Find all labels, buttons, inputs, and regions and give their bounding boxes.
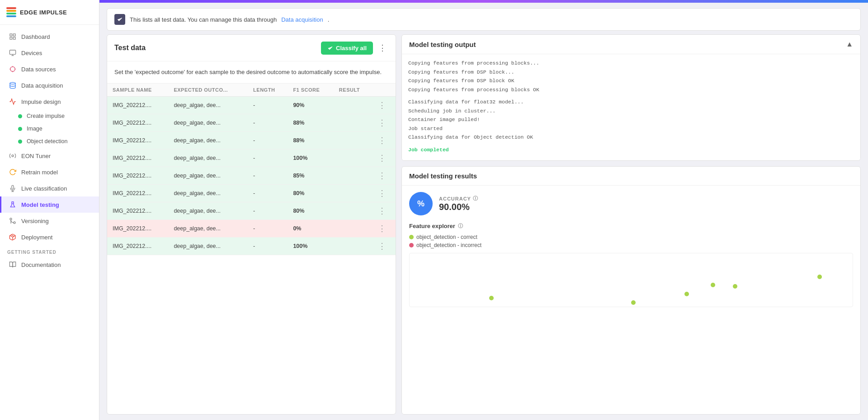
output-panel: Model testing output ▲ Copying features … [401, 34, 861, 161]
sidebar-item-data-sources[interactable]: Data sources [0, 61, 99, 77]
row-actions-button[interactable]: ⋮ [378, 154, 386, 162]
log-line: Container image pulled! [408, 115, 854, 124]
more-options-button[interactable]: ⋮ [377, 41, 388, 55]
sidebar-item-label: Versioning [21, 218, 49, 224]
panel-title: Test data [114, 44, 146, 52]
content-area: Test data Classify all ⋮ Set the 'expect… [99, 34, 868, 420]
cell-sample-name: IMG_202212.... [107, 149, 168, 167]
row-actions-button[interactable]: ⋮ [378, 172, 386, 180]
classify-all-button[interactable]: Classify all [321, 42, 373, 55]
dot-icon [18, 140, 22, 144]
logo-bar-4 [6, 15, 16, 17]
cell-f1-score: 85% [288, 167, 333, 184]
cell-length: - [248, 237, 288, 255]
logo-bar-2 [6, 10, 16, 12]
cell-row-actions: ⋮ [373, 202, 396, 219]
panel-header: Test data Classify all ⋮ [107, 35, 396, 61]
package-icon [9, 233, 17, 241]
sidebar-item-create-impulse[interactable]: Create impulse [0, 110, 99, 122]
svg-point-7 [10, 67, 15, 72]
sidebar-item-versioning[interactable]: Versioning [0, 213, 99, 229]
sidebar-item-dashboard[interactable]: Dashboard [0, 28, 99, 45]
cell-length: - [248, 131, 288, 149]
cell-result [334, 149, 373, 167]
scatter-plot [409, 253, 853, 307]
sidebar-item-impulse-design[interactable]: Impulse design [0, 93, 99, 110]
row-actions-button[interactable]: ⋮ [378, 119, 386, 127]
sidebar-item-label: Object detection [27, 138, 67, 145]
log-line: Copying features from DSP block OK [408, 76, 854, 85]
scatter-dot [631, 300, 636, 305]
cell-expected: deep_algae, dee... [168, 202, 248, 219]
col-length: LENGTH [248, 84, 288, 97]
row-actions-button[interactable]: ⋮ [378, 224, 386, 233]
cell-expected: deep_algae, dee... [168, 149, 248, 167]
book-icon [9, 261, 17, 269]
data-acquisition-link[interactable]: Data acquisition [281, 16, 323, 23]
sidebar-item-label: Data sources [21, 66, 56, 73]
sidebar-item-eon-tuner[interactable]: EON Tuner [0, 148, 99, 164]
collapse-icon[interactable]: ▲ [846, 40, 853, 48]
log-line: Scheduling job in cluster... [408, 107, 854, 116]
table-body: IMG_202212.... deep_algae, dee... - 90% … [107, 96, 396, 255]
sidebar-item-deployment[interactable]: Deployment [0, 229, 99, 245]
logo-area: EDGE IMPULSE [0, 0, 99, 25]
results-panel: Model testing results % ACCURACY ⓘ 90.00… [401, 166, 861, 415]
legend-label: object_detection - correct [416, 234, 477, 240]
cell-row-actions: ⋮ [373, 131, 396, 149]
col-actions [373, 84, 396, 97]
svg-line-19 [11, 235, 14, 236]
cell-sample-name: IMG_202212.... [107, 131, 168, 149]
col-expected: EXPECTED OUTCO... [168, 84, 248, 97]
cell-expected: deep_algae, dee... [168, 219, 248, 237]
cell-sample-name: IMG_202212.... [107, 237, 168, 255]
activity-icon [9, 98, 17, 106]
cell-length: - [248, 202, 288, 219]
sidebar-item-live-classification[interactable]: Live classification [0, 180, 99, 196]
sidebar-item-model-testing[interactable]: Model testing [0, 196, 99, 213]
accuracy-label: ACCURACY ⓘ [439, 195, 478, 202]
info-banner-suffix: . [328, 16, 330, 23]
feature-explorer-info-icon[interactable]: ⓘ [458, 223, 463, 229]
cell-result [334, 219, 373, 237]
svg-rect-1 [13, 34, 15, 36]
results-header: Model testing results [402, 167, 860, 186]
row-actions-button[interactable]: ⋮ [378, 242, 386, 250]
cell-result [334, 184, 373, 202]
sidebar-item-documentation[interactable]: Documentation [0, 257, 99, 273]
row-actions-button[interactable]: ⋮ [378, 189, 386, 197]
cell-length: - [248, 96, 288, 114]
accuracy-info-icon[interactable]: ⓘ [473, 195, 478, 202]
sidebar-item-label: Deployment [21, 234, 52, 241]
cell-sample-name: IMG_202212.... [107, 96, 168, 114]
sidebar-item-label: EON Tuner [21, 153, 51, 159]
log-line [408, 142, 854, 145]
table-row: IMG_202212.... deep_algae, dee... - 88% … [107, 131, 396, 149]
sidebar-item-devices[interactable]: Devices [0, 45, 99, 61]
refresh-icon [9, 168, 17, 176]
scatter-dot [489, 296, 494, 300]
sidebar-item-retrain-model[interactable]: Retrain model [0, 164, 99, 180]
row-actions-button[interactable]: ⋮ [378, 136, 386, 145]
cell-expected: deep_algae, dee... [168, 114, 248, 131]
cell-expected: deep_algae, dee... [168, 184, 248, 202]
row-actions-button[interactable]: ⋮ [378, 207, 386, 215]
cell-result [334, 96, 373, 114]
scatter-dot [684, 292, 689, 296]
test-data-table-container: SAMPLE NAME EXPECTED OUTCO... LENGTH F1 … [107, 84, 396, 415]
sidebar-item-object-detection[interactable]: Object detection [0, 135, 99, 148]
accuracy-row: % ACCURACY ⓘ 90.00% [409, 192, 853, 215]
cell-result [334, 202, 373, 219]
cell-result [334, 167, 373, 184]
monitor-icon [9, 49, 17, 57]
getting-started-section: GETTING STARTED [0, 245, 99, 257]
col-sample-name: SAMPLE NAME [107, 84, 168, 97]
sidebar-item-image[interactable]: Image [0, 122, 99, 135]
svg-rect-3 [13, 37, 15, 39]
row-actions-button[interactable]: ⋮ [378, 101, 386, 109]
panel-header-actions: Classify all ⋮ [321, 41, 388, 55]
legend: object_detection - correctobject_detecti… [409, 234, 853, 248]
crosshair-icon [9, 65, 17, 73]
sidebar-item-data-acquisition[interactable]: Data acquisition [0, 77, 99, 93]
top-gradient-bar [99, 0, 868, 3]
